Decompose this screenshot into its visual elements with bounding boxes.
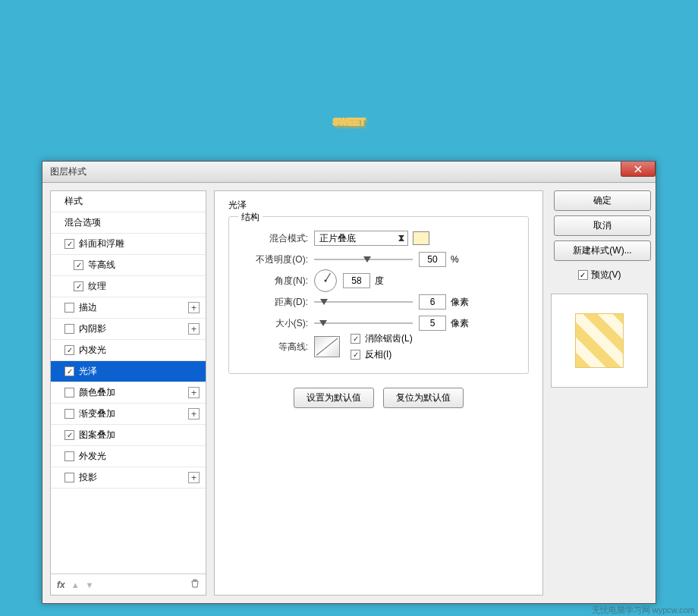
inner-glow-checkbox[interactable] (64, 345, 74, 355)
reset-default-button[interactable]: 复位为默认值 (383, 388, 464, 408)
size-row: 大小(S): 5 像素 (241, 313, 516, 334)
outer-glow-checkbox[interactable] (64, 451, 74, 461)
distance-input[interactable]: 6 (419, 294, 446, 310)
pattern-overlay-checkbox[interactable] (64, 430, 74, 440)
invert-row: 反相(I) (351, 348, 413, 361)
color-overlay-checkbox[interactable] (64, 388, 74, 398)
opacity-slider[interactable] (314, 254, 413, 265)
opacity-row: 不透明度(O): 50 % (241, 249, 516, 270)
styles-footer: fx ▲ ▼ (51, 574, 206, 595)
style-row-inner-glow[interactable]: 内发光 (51, 340, 206, 361)
svg-text:SWEET: SWEET (333, 117, 366, 127)
contour-checkbox[interactable] (74, 260, 83, 270)
sweet-text-art: SWEET (0, 42, 698, 150)
add-inner-shadow-button[interactable]: + (188, 323, 200, 335)
layer-style-dialog: 图层样式 样式 混合选项 斜面和浮雕 等高线 纹理 描边+ 内阴影+ 内发光 光… (42, 161, 656, 604)
antialias-checkbox[interactable] (351, 334, 360, 344)
contour-row: 等高线: 消除锯齿(L) 反相(I) (241, 334, 516, 360)
texture-checkbox[interactable] (74, 281, 83, 291)
move-down-button[interactable]: ▼ (86, 580, 94, 589)
style-row-outer-glow[interactable]: 外发光 (51, 446, 206, 467)
default-buttons-row: 设置为默认值 复位为默认值 (228, 388, 529, 408)
style-row-pattern-overlay[interactable]: 图案叠加 (51, 425, 206, 446)
styles-column: 样式 混合选项 斜面和浮雕 等高线 纹理 描边+ 内阴影+ 内发光 光泽 颜色叠… (50, 190, 206, 596)
size-slider[interactable] (314, 318, 413, 328)
style-row-bevel[interactable]: 斜面和浮雕 (51, 234, 206, 255)
preview-checkbox[interactable] (578, 270, 588, 280)
preview-swatch (575, 313, 624, 368)
content-panel: 光泽 结构 混合模式: 正片叠底 不透明度(O): 50 % 角度(N): (214, 190, 543, 596)
satin-checkbox[interactable] (64, 366, 74, 376)
style-row-stroke[interactable]: 描边+ (51, 297, 206, 319)
set-default-button[interactable]: 设置为默认值 (294, 388, 374, 408)
style-row-styles[interactable]: 样式 (51, 191, 206, 212)
cancel-button[interactable]: 取消 (554, 215, 651, 236)
style-row-satin[interactable]: 光泽 (51, 361, 206, 382)
preview-box (551, 294, 648, 388)
style-row-contour[interactable]: 等高线 (51, 255, 206, 276)
delete-button[interactable] (190, 579, 200, 590)
add-drop-shadow-button[interactable]: + (188, 472, 200, 483)
ok-button[interactable]: 确定 (554, 190, 651, 211)
style-row-gradient-overlay[interactable]: 渐变叠加+ (51, 404, 206, 425)
size-input[interactable]: 5 (419, 316, 446, 331)
style-row-inner-shadow[interactable]: 内阴影+ (51, 319, 206, 340)
add-color-overlay-button[interactable]: + (188, 387, 200, 398)
opacity-input[interactable]: 50 (419, 252, 446, 267)
new-style-button[interactable]: 新建样式(W)... (554, 240, 651, 261)
watermark: 无忧电脑学习网 wypcw.com (592, 605, 695, 614)
structure-group: 结构 混合模式: 正片叠底 不透明度(O): 50 % 角度(N): 58 度 (228, 216, 529, 374)
panel-title: 光泽 (228, 199, 529, 212)
color-swatch[interactable] (413, 231, 429, 245)
angle-input[interactable]: 58 (343, 273, 370, 288)
style-row-drop-shadow[interactable]: 投影+ (51, 467, 206, 489)
invert-checkbox[interactable] (351, 350, 360, 360)
group-legend: 结构 (238, 211, 263, 224)
blend-mode-select[interactable]: 正片叠底 (314, 231, 408, 246)
inner-shadow-checkbox[interactable] (64, 324, 74, 334)
blend-mode-row: 混合模式: 正片叠底 (241, 228, 516, 249)
add-stroke-button[interactable]: + (188, 302, 200, 313)
dialog-body: 样式 混合选项 斜面和浮雕 等高线 纹理 描边+ 内阴影+ 内发光 光泽 颜色叠… (42, 183, 656, 603)
right-column: 确定 取消 新建样式(W)... 预览(V) (551, 190, 648, 596)
angle-row: 角度(N): 58 度 (241, 270, 516, 291)
stroke-checkbox[interactable] (64, 303, 74, 313)
add-gradient-overlay-button[interactable]: + (188, 408, 200, 420)
close-button[interactable] (621, 162, 656, 177)
move-up-button[interactable]: ▲ (71, 580, 80, 589)
style-row-texture[interactable]: 纹理 (51, 276, 206, 297)
preview-toggle-row: 预览(V) (551, 269, 648, 281)
gradient-overlay-checkbox[interactable] (64, 409, 74, 419)
bevel-checkbox[interactable] (64, 239, 74, 249)
fx-menu-button[interactable]: fx (57, 580, 65, 590)
dialog-title: 图层样式 (50, 165, 86, 178)
titlebar[interactable]: 图层样式 (42, 162, 656, 183)
styles-list: 样式 混合选项 斜面和浮雕 等高线 纹理 描边+ 内阴影+ 内发光 光泽 颜色叠… (51, 191, 206, 574)
antialias-row: 消除锯齿(L) (351, 332, 413, 345)
style-row-blend-options[interactable]: 混合选项 (51, 212, 206, 234)
distance-slider[interactable] (314, 297, 413, 307)
contour-picker[interactable] (314, 336, 340, 357)
style-row-color-overlay[interactable]: 颜色叠加+ (51, 382, 206, 404)
drop-shadow-checkbox[interactable] (64, 473, 74, 482)
distance-row: 距离(D): 6 像素 (241, 291, 516, 313)
angle-dial[interactable] (314, 269, 337, 292)
